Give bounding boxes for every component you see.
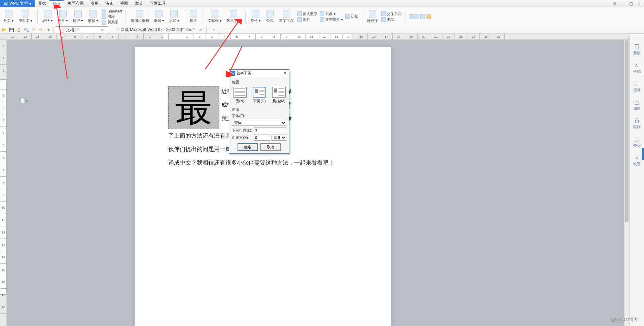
- menu-tab-devtools[interactable]: 开发工具: [146, 0, 169, 7]
- menu-tab-view[interactable]: 视图: [117, 0, 132, 7]
- quick-access-toolbar: 📂 💾 🖨 🔍 ↶ ↷ ▾ 📄 文档1 * ✕ 📄 新建 Microsoft W…: [0, 26, 644, 34]
- ribbon-comment[interactable]: 批注: [188, 9, 199, 24]
- ribbon-relation[interactable]: 关系图: [102, 20, 122, 25]
- side-backup[interactable]: 备份: [633, 136, 641, 148]
- misc-icon-4[interactable]: [426, 14, 431, 19]
- misc-icon-1[interactable]: [409, 14, 414, 19]
- menu-tab-home[interactable]: 开始: [35, 0, 49, 7]
- lines-field-label: 下沉行数(L):: [232, 128, 253, 133]
- side-select[interactable]: 选择: [633, 81, 641, 93]
- backup-icon: [634, 136, 640, 142]
- doc-tab-1-close-icon[interactable]: ✕: [101, 28, 104, 33]
- misc-icon-2[interactable]: [415, 14, 419, 19]
- ribbon-picture[interactable]: 图片 ▾: [56, 9, 69, 24]
- ribbon-doc-parts[interactable]: 文档部件 ▾: [320, 17, 343, 22]
- menu-tab-reference[interactable]: 引用: [87, 0, 102, 7]
- side-restrict[interactable]: 限制: [633, 118, 641, 130]
- scrollbar-thumb[interactable]: [625, 40, 629, 222]
- ribbon-bookmark[interactable]: 书签: [381, 17, 402, 22]
- ribbon-date[interactable]: 日期: [345, 14, 358, 19]
- side-active-bar: [642, 148, 644, 160]
- ribbon-insert-group2: 对象 ▾ 文档部件 ▾: [320, 11, 343, 22]
- distance-unit-select[interactable]: 厘米 ▾: [272, 135, 286, 141]
- v-scrollbar[interactable]: [624, 40, 629, 326]
- ribbon-screenshot[interactable]: 截屏 ▾: [71, 9, 84, 24]
- doc-tab-2[interactable]: 📄 新建 Microsoft Word 97 - 2003 文档.doc * ✕: [110, 26, 207, 33]
- maximize-icon[interactable]: ▢: [627, 1, 635, 7]
- ribbon-object[interactable]: 对象 ▾: [320, 11, 343, 16]
- font-select[interactable]: 宋体: [232, 120, 286, 126]
- ribbon-insert-group: 插入数字 附件: [297, 11, 318, 22]
- qat-more-icon[interactable]: ▾: [46, 27, 51, 33]
- ribbon-shapes[interactable]: 形状 ▾: [86, 9, 100, 24]
- ribbon-page-break[interactable]: 分页 ▾: [2, 9, 15, 24]
- ribbon-link-group: 交叉引用 书签: [381, 11, 402, 22]
- redo-icon[interactable]: ↷: [38, 27, 44, 33]
- save-icon[interactable]: 💾: [9, 27, 14, 33]
- font-row: 字体(F):: [232, 113, 286, 118]
- ribbon-symbol[interactable]: 符号 ▾: [249, 9, 262, 24]
- misc-icon-3[interactable]: [420, 14, 425, 19]
- ribbon-page-number[interactable]: 页码 ▾: [152, 9, 166, 24]
- app-dropdown-icon: ▾: [29, 1, 31, 6]
- dialog-titlebar[interactable]: W 首字下沉 ✕: [229, 70, 289, 77]
- options-label: 选项: [232, 107, 286, 112]
- ribbon-dropcap[interactable]: 首字下沉: [278, 9, 295, 24]
- h-ruler[interactable]: 1312111098765432112345678910111213141516…: [0, 34, 644, 40]
- print-icon[interactable]: 🖨: [16, 27, 22, 33]
- lines-input[interactable]: [254, 127, 286, 133]
- open-icon[interactable]: 📂: [1, 27, 7, 33]
- preview-icon[interactable]: 🔍: [24, 27, 29, 33]
- ribbon-textbox[interactable]: 文本框 ▾: [206, 9, 223, 24]
- dialog-close-icon[interactable]: ✕: [282, 71, 288, 76]
- ribbon-equation[interactable]: 公式: [264, 9, 276, 24]
- undo-icon[interactable]: ↶: [31, 27, 36, 33]
- dropcap-frame[interactable]: 最: [168, 86, 219, 129]
- minimize-icon[interactable]: —: [619, 1, 627, 7]
- dropcap-char: 最: [175, 89, 212, 126]
- ribbon-crossref[interactable]: 交叉引用: [381, 11, 402, 16]
- pos-hanging[interactable]: 悬挂(M): [271, 85, 287, 105]
- menu-tab-review[interactable]: 审阅: [102, 0, 117, 7]
- ribbon-attachment[interactable]: 附件: [297, 17, 318, 22]
- ribbon-watermark[interactable]: 水印 ▾: [168, 9, 181, 24]
- cancel-button[interactable]: 取消: [260, 143, 281, 151]
- pos-dropped[interactable]: 下沉(D): [251, 85, 267, 105]
- ok-button[interactable]: 确定: [238, 143, 258, 151]
- menu-tabs: 开始 插入 页面布局 引用 审阅 视图 章节 开发工具: [35, 0, 169, 7]
- svg-rect-6: [635, 120, 638, 123]
- close-icon[interactable]: ✕: [635, 1, 643, 7]
- ribbon-table[interactable]: 表格 ▾: [41, 9, 54, 24]
- svg-rect-3: [635, 82, 639, 86]
- side-panel: 新建 A样式 选择 属性 限制 备份 设置: [629, 34, 644, 326]
- ribbon-toggle-icon[interactable]: ⧉: [611, 1, 618, 7]
- ribbon-chart[interactable]: 图表: [102, 14, 122, 19]
- ribbon-insert-number[interactable]: 插入数字: [297, 11, 318, 16]
- menu-tab-pagelayout[interactable]: 页面布局: [64, 0, 87, 7]
- side-style[interactable]: A样式: [633, 62, 641, 74]
- side-new[interactable]: 新建: [633, 44, 641, 56]
- select-icon: [634, 81, 640, 87]
- style-icon: A: [634, 62, 640, 68]
- ribbon-blank-page[interactable]: 空白页 ▾: [17, 9, 34, 24]
- ribbon-wordart[interactable]: 艺术字 ▾: [225, 9, 242, 24]
- side-property[interactable]: 属性: [633, 99, 641, 111]
- add-tab-icon[interactable]: ＋: [209, 27, 218, 33]
- distance-input[interactable]: [254, 135, 270, 141]
- font-field-label: 字体(F):: [232, 113, 253, 118]
- menu-tab-insert[interactable]: 插入: [49, 0, 64, 7]
- ribbon-header-footer[interactable]: 页眉和页脚: [129, 9, 150, 24]
- pos-none[interactable]: 无(N): [232, 85, 248, 105]
- app-name: WPS 文字: [9, 1, 28, 6]
- document-canvas[interactable]: 📄 ▸ 最 近有很 将图片中的英文翻译 成中文 如果要是将图片中的 英文一 话太…: [7, 40, 629, 326]
- doc-tab-1[interactable]: 📄 文档1 * ✕: [56, 26, 108, 33]
- navpane-icon[interactable]: 📄 ▸: [20, 98, 28, 103]
- side-settings[interactable]: 设置: [633, 155, 641, 167]
- app-badge[interactable]: WPS 文字 ▾: [0, 0, 35, 7]
- ribbon-hyperlink[interactable]: 超链接: [365, 9, 379, 24]
- menu-tab-section[interactable]: 章节: [132, 0, 146, 7]
- ribbon-smartart[interactable]: SmartArt: [102, 9, 122, 13]
- doc-tab-2-close-icon[interactable]: ✕: [199, 28, 202, 32]
- v-ruler[interactable]: 321123456789101112131415161718: [0, 40, 7, 326]
- distance-field-label: 距正文(X):: [232, 135, 253, 140]
